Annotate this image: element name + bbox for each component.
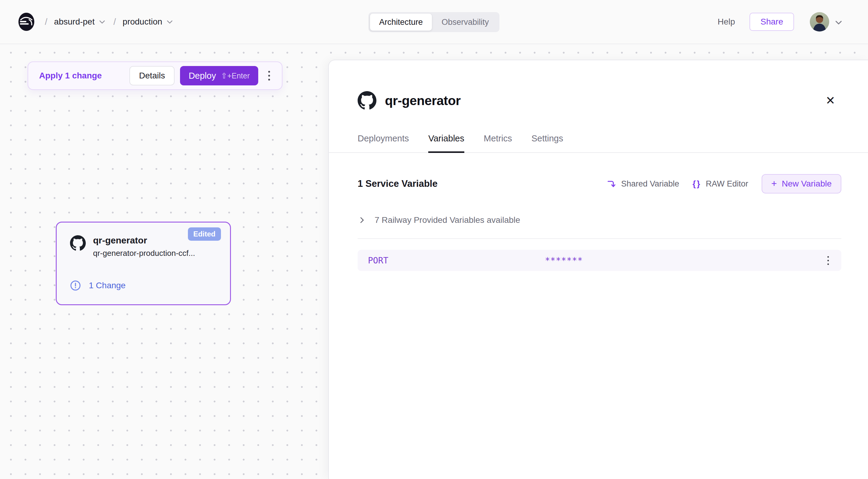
account-chevron-down-icon[interactable] [833, 17, 842, 26]
panel-title: qr-generator [385, 93, 461, 108]
pending-changes-bar: Apply 1 change Details Deploy ⇧+Enter [28, 62, 282, 90]
service-name: qr-generator [93, 235, 195, 245]
tab-metrics[interactable]: Metrics [484, 134, 512, 153]
apply-changes-label[interactable]: Apply 1 change [39, 71, 129, 80]
railway-app: / absurd-pet / production Architecture O… [0, 0, 868, 479]
variables-actions: Shared Variable {} RAW Editor + New Vari… [607, 174, 841, 194]
chevron-down-icon [98, 17, 107, 26]
deploy-button[interactable]: Deploy ⇧+Enter [180, 66, 258, 85]
plus-icon: + [771, 179, 777, 188]
raw-editor-button[interactable]: {} RAW Editor [692, 179, 748, 189]
breadcrumb-separator: / [113, 16, 116, 27]
breadcrumb-separator: / [45, 16, 47, 27]
variable-count-label: 1 Service Variable [358, 178, 438, 189]
new-variable-button[interactable]: + New Variable [762, 174, 841, 194]
tab-settings[interactable]: Settings [531, 134, 563, 153]
variables-header: 1 Service Variable Shared Variable {} [358, 174, 841, 194]
github-icon [358, 91, 376, 110]
deploy-label: Deploy [188, 71, 216, 81]
braces-icon: {} [692, 179, 701, 189]
change-count-label: 1 Change [89, 281, 125, 290]
breadcrumb-project[interactable]: absurd-pet [54, 17, 107, 27]
change-info-icon [70, 280, 81, 291]
tab-variables[interactable]: Variables [428, 134, 464, 153]
tab-deployments[interactable]: Deployments [358, 134, 409, 153]
chevron-down-icon [165, 17, 174, 26]
panel-header: qr-generator ✕ [358, 91, 839, 110]
help-link[interactable]: Help [718, 17, 735, 27]
user-avatar[interactable] [810, 12, 829, 32]
tab-architecture[interactable]: Architecture [370, 13, 432, 31]
service-detail-panel: qr-generator ✕ Deployments Variables Met… [328, 60, 868, 479]
breadcrumb: / absurd-pet / production [45, 16, 174, 27]
service-card-main: qr-generator qr-generator-production-ccf… [70, 235, 195, 258]
changes-overflow-menu-icon[interactable] [262, 66, 276, 85]
share-button[interactable]: Share [749, 13, 794, 31]
variable-value-masked[interactable]: ******* [545, 255, 583, 266]
view-toggle: Architecture Observability [369, 12, 499, 32]
panel-tabs: Deployments Variables Metrics Settings [329, 134, 868, 153]
details-button[interactable]: Details [129, 66, 175, 85]
breadcrumb-environment[interactable]: production [123, 17, 175, 27]
variable-row-port[interactable]: PORT ******* [358, 250, 841, 271]
railway-logo-icon[interactable] [17, 12, 36, 31]
provided-variables-label: 7 Railway Provided Variables available [375, 215, 520, 225]
service-card-text: qr-generator qr-generator-production-ccf… [93, 235, 195, 258]
variable-overflow-menu-icon[interactable] [821, 252, 835, 269]
close-icon[interactable]: ✕ [822, 92, 839, 109]
github-icon [70, 235, 86, 251]
divider [358, 238, 841, 239]
shared-variable-button[interactable]: Shared Variable [607, 179, 679, 189]
tab-observability[interactable]: Observability [433, 13, 498, 31]
top-bar-right: Help Share [718, 12, 842, 32]
variables-section: 1 Service Variable Shared Variable {} [329, 174, 868, 271]
deploy-shortcut-hint: ⇧+Enter [221, 71, 250, 80]
service-domain: qr-generator-production-ccf... [93, 248, 195, 258]
top-bar: / absurd-pet / production Architecture O… [0, 0, 868, 44]
chevron-right-icon [358, 216, 366, 225]
railway-provided-variables-toggle[interactable]: 7 Railway Provided Variables available [358, 215, 841, 225]
arrow-turn-down-icon [607, 179, 616, 189]
variable-key: PORT [368, 255, 545, 266]
service-card-qr-generator[interactable]: Edited qr-generator qr-generator-product… [56, 221, 231, 305]
service-changes[interactable]: 1 Change [70, 280, 125, 291]
